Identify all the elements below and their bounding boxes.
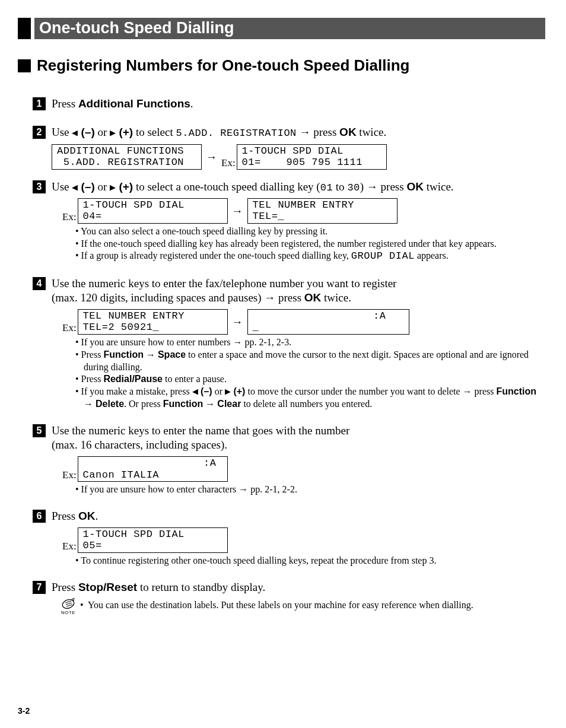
step-3-bullets: You can also select a one-touch speed di… <box>52 225 545 263</box>
step-number: 2 <box>33 126 46 139</box>
right-arrow-icon <box>110 126 116 138</box>
example-label: Ex: <box>62 469 77 482</box>
note-row: NOTE • You can use the destination label… <box>56 598 545 616</box>
step-3-displays: Ex: 1-TOUCH SPD DIAL 04= → TEL NUMBER EN… <box>62 198 545 224</box>
bullet-item: If a group is already registered under t… <box>75 250 545 263</box>
step-6-displays: Ex: 1-TOUCH SPD DIAL 05= <box>62 527 545 553</box>
step-1: 1 Press Additional Functions. <box>33 97 545 115</box>
lcd-display: :A Canon ITALIA <box>78 456 228 482</box>
step-2-displays: ADDITIONAL FUNCTIONS 5.ADD. REGISTRATION… <box>52 144 545 170</box>
right-arrow-icon <box>110 180 116 193</box>
step-6-bullets: To continue registering other one-touch … <box>52 555 545 567</box>
title-accent-box <box>18 18 31 39</box>
step-6: 6 Press OK. Ex: 1-TOUCH SPD DIAL 05= To … <box>33 509 545 576</box>
step-1-text: Press Additional Functions. <box>52 97 545 112</box>
left-arrow-icon <box>192 386 198 396</box>
example-label: Ex: <box>62 211 77 224</box>
lcd-display: :A _ <box>247 309 409 335</box>
subtitle-bullet-icon <box>18 59 31 72</box>
bullet-item: Press Redial/Pause to enter a pause. <box>75 373 545 386</box>
lcd-display: 1-TOUCH SPD DIAL 01= 905 795 1111 <box>237 144 387 170</box>
step-3-text: Use (–) or (+) to select a one-touch spe… <box>52 180 545 195</box>
step-2-text: Use (–) or (+) to select 5.ADD. REGISTRA… <box>52 125 545 140</box>
arrow-icon: → <box>232 204 243 219</box>
example-label: Ex: <box>62 322 77 335</box>
left-arrow-icon <box>72 126 78 138</box>
step-4-bullets: If you are unsure how to enter numbers →… <box>52 336 545 411</box>
step-2: 2 Use (–) or (+) to select 5.ADD. REGIST… <box>33 125 545 171</box>
page-title: One-touch Speed Dialling <box>34 18 545 39</box>
subtitle-row: Registering Numbers for One-touch Speed … <box>18 56 545 76</box>
bullet-item: If the one-touch speed dialling key has … <box>75 238 545 250</box>
step-5: 5 Use the numeric keys to enter the name… <box>33 424 545 504</box>
arrow-icon: → <box>206 150 217 165</box>
step-number: 3 <box>33 180 46 193</box>
bullet-item: If you make a mistake, press (–) or (+) … <box>75 386 545 411</box>
left-arrow-icon <box>72 180 78 193</box>
svg-line-3 <box>66 605 72 606</box>
example-label: Ex: <box>62 540 77 553</box>
note-text: • You can use the destination labels. Pu… <box>80 598 473 616</box>
subtitle: Registering Numbers for One-touch Speed … <box>37 56 409 76</box>
svg-line-1 <box>65 601 71 603</box>
step-5-text: Use the numeric keys to enter the name t… <box>52 424 545 453</box>
bullet-item: If you are unsure how to enter numbers →… <box>75 336 545 349</box>
step-number: 4 <box>33 277 46 290</box>
step-4-displays: Ex: TEL NUMBER ENTRY TEL=2 50921_ → :A _ <box>62 309 545 335</box>
bullet-item: To continue registering other one-touch … <box>75 555 545 567</box>
example-label: Ex: <box>221 157 236 170</box>
lcd-display: 1-TOUCH SPD DIAL 05= <box>78 527 228 553</box>
step-5-displays: Ex: :A Canon ITALIA <box>62 456 545 482</box>
step-number: 6 <box>33 510 46 523</box>
title-bar: One-touch Speed Dialling <box>18 18 545 39</box>
step-number: 5 <box>33 424 46 437</box>
lcd-display: TEL NUMBER ENTRY TEL=2 50921_ <box>78 309 228 335</box>
svg-line-2 <box>66 603 72 605</box>
step-5-bullets: If you are unsure how to enter character… <box>52 484 545 496</box>
note-label: NOTE <box>56 610 80 616</box>
lcd-display: ADDITIONAL FUNCTIONS 5.ADD. REGISTRATION <box>52 144 202 170</box>
step-3: 3 Use (–) or (+) to select a one-touch s… <box>33 180 545 272</box>
step-4-text: Use the numeric keys to enter the fax/te… <box>52 276 545 306</box>
bullet-item: You can also select a one-touch speed di… <box>75 225 545 238</box>
step-7: 7 Press Stop/Reset to return to standby … <box>33 580 545 616</box>
right-arrow-icon <box>225 386 231 396</box>
step-number: 7 <box>33 581 46 594</box>
note-icon: NOTE <box>56 598 80 616</box>
page-number: 3-2 <box>18 705 545 716</box>
bullet-item: Press Function → Space to enter a space … <box>75 349 545 374</box>
step-number: 1 <box>33 97 46 110</box>
bullet-item: If you are unsure how to enter character… <box>75 484 545 496</box>
arrow-icon: → <box>232 315 243 330</box>
step-7-text: Press Stop/Reset to return to standby di… <box>52 580 545 595</box>
lcd-display: 1-TOUCH SPD DIAL 04= <box>78 198 228 224</box>
step-4: 4 Use the numeric keys to enter the fax/… <box>33 276 545 419</box>
step-6-text: Press OK. <box>52 509 545 524</box>
lcd-display: TEL NUMBER ENTRY TEL=_ <box>247 198 398 224</box>
